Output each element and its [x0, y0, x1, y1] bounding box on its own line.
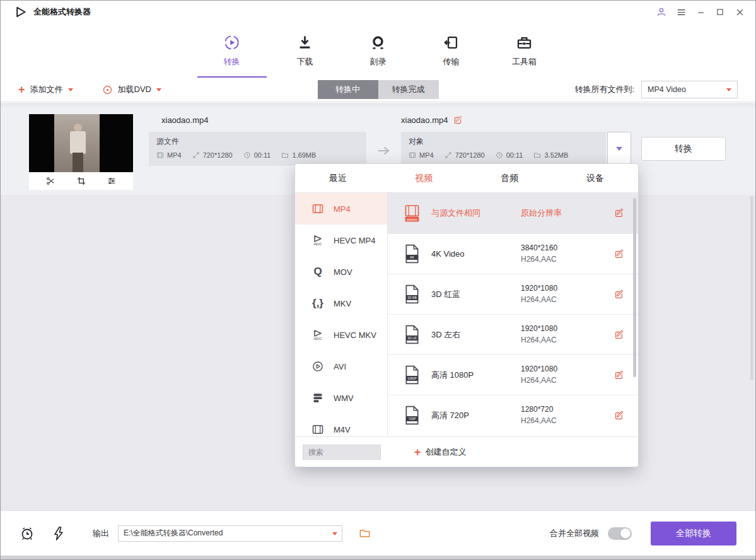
create-custom-label: 创建自定义	[426, 446, 467, 458]
folder-icon	[533, 151, 541, 159]
load-dvd-button[interactable]: 加载DVD	[102, 84, 161, 95]
load-dvd-label: 加载DVD	[118, 84, 151, 95]
clip-tools	[29, 172, 133, 190]
close-icon[interactable]	[733, 5, 747, 19]
convert-all-button[interactable]: 全部转换	[651, 522, 736, 545]
preset-resolution: 原始分辨率	[521, 207, 605, 219]
format-item-wmv[interactable]: WMV	[295, 382, 387, 414]
tab-convert-label: 转换	[224, 56, 240, 67]
format-item-hevc-mp4[interactable]: HEVC HEVC MP4	[295, 225, 387, 256]
tab-toolbox[interactable]: 工具箱	[504, 23, 545, 78]
preset-hd-1080p[interactable]: 1080P 高清 1080P 1920*1080H264,AAC	[388, 354, 638, 395]
svg-text:1080P: 1080P	[407, 376, 417, 380]
tab-transfer[interactable]: 传输	[431, 23, 472, 78]
plus-icon: +	[414, 446, 421, 458]
tab-download[interactable]: 下载	[284, 23, 326, 78]
content-scrollbar[interactable]	[750, 196, 753, 380]
main-nav: 转换 下载 刻录 传输 工具箱	[1, 23, 755, 78]
menu-icon[interactable]	[674, 5, 688, 19]
preset-resolution: 1920*1080	[521, 324, 557, 333]
output-path-input[interactable]	[118, 525, 342, 542]
video-thumbnail[interactable]	[29, 114, 133, 190]
output-format-value: MP4 Video	[648, 85, 686, 94]
open-folder-icon[interactable]	[359, 527, 371, 539]
convert-icon	[223, 34, 240, 51]
output-format-select[interactable]: MP4 Video	[641, 81, 738, 98]
preset-hd-720p[interactable]: 720P 高清 720P 1280*720H264,AAC	[388, 395, 638, 435]
window-controls	[654, 5, 747, 19]
tab-convert[interactable]: 转换	[211, 23, 253, 78]
tab-audio[interactable]: 音频	[467, 164, 552, 192]
popup-scrollbar[interactable]	[633, 198, 636, 377]
format-dropdown-button[interactable]	[607, 132, 631, 166]
format-item-hevc-mkv[interactable]: HEVC HEVC MKV	[295, 319, 387, 351]
preset-same-as-source[interactable]: source 与源文件相同 原始分辨率	[388, 193, 638, 233]
edit-preset-icon[interactable]	[614, 411, 624, 421]
create-custom-button[interactable]: + 创建自定义	[414, 446, 467, 458]
merge-videos-toggle[interactable]	[608, 527, 632, 540]
film-icon	[409, 151, 416, 159]
window-bottom-edge	[1, 556, 755, 560]
crop-icon[interactable]	[76, 176, 86, 186]
target-size: 3.52MB	[533, 151, 568, 159]
preset-codec: H264,AAC	[521, 255, 605, 264]
tab-converting[interactable]: 转换中	[318, 80, 378, 99]
format-item-mp4[interactable]: MP4	[295, 193, 387, 225]
add-files-label: 添加文件	[30, 84, 63, 95]
preset-list: source 与源文件相同 原始分辨率 4K 4K Video 3840*216…	[388, 193, 638, 436]
chevron-down-icon[interactable]	[332, 532, 337, 535]
format-item-m4v[interactable]: M4V	[295, 414, 387, 436]
rename-edit-icon[interactable]	[453, 115, 463, 125]
preset-codec: H264,AAC	[521, 376, 605, 385]
source-duration: 00:11	[243, 151, 271, 159]
edit-preset-icon[interactable]	[614, 208, 624, 218]
edit-preset-icon[interactable]	[614, 370, 624, 380]
preset-3d-redblue[interactable]: 3D RB 3D 红蓝 1920*1080H264,AAC	[388, 274, 638, 314]
high-speed-icon[interactable]	[51, 526, 66, 541]
chevron-down-icon	[616, 147, 622, 151]
convert-file-button[interactable]: 转换	[641, 137, 726, 161]
edit-preset-icon[interactable]	[614, 289, 624, 300]
tab-toolbox-label: 工具箱	[512, 56, 537, 67]
file-badge-icon: 3D RB	[402, 284, 422, 304]
mkv-icon: {,}	[310, 297, 325, 310]
play-circle-icon	[310, 360, 325, 373]
tab-recent[interactable]: 最近	[295, 164, 381, 192]
target-file-name-row: xiaodao.mp4	[401, 115, 463, 125]
edit-preset-icon[interactable]	[614, 249, 624, 259]
minimize-icon[interactable]	[694, 5, 707, 19]
window-title: 全能格式转换器	[33, 6, 91, 18]
convert-all-to-label: 转换所有文件到:	[574, 84, 634, 95]
effects-sliders-icon[interactable]	[107, 176, 117, 186]
toolbox-icon	[516, 34, 533, 51]
tab-device[interactable]: 设备	[552, 164, 638, 192]
preset-3d-leftright[interactable]: 3D LR 3D 左右 1920*1080H264,AAC	[388, 314, 638, 354]
svg-text:3D RB: 3D RB	[407, 296, 417, 300]
maximize-icon[interactable]	[713, 5, 727, 19]
preset-name: 高清 720P	[431, 410, 521, 421]
format-search-input[interactable]	[303, 445, 381, 460]
target-format: MP4	[409, 151, 434, 159]
edit-preset-icon[interactable]	[614, 330, 624, 340]
chevron-down-icon	[726, 88, 731, 91]
tab-burn[interactable]: 刻录	[358, 23, 399, 78]
preset-name: 3D 左右	[431, 329, 521, 341]
file-badge-icon: 3D LR	[402, 325, 422, 344]
chevron-down-icon	[156, 88, 161, 91]
user-account-icon[interactable]	[654, 5, 668, 19]
app-window: 全能格式转换器 转换 下载 刻录 传输 工具箱	[0, 0, 756, 560]
format-item-mov[interactable]: Q MOV	[295, 256, 387, 288]
download-icon	[296, 34, 313, 51]
preset-4k-video[interactable]: 4K 4K Video 3840*2160H264,AAC	[388, 233, 638, 274]
format-item-mkv[interactable]: {,} MKV	[295, 288, 387, 319]
schedule-clock-icon[interactable]	[20, 526, 35, 541]
arrow-right-icon	[375, 143, 393, 161]
add-files-button[interactable]: + 添加文件	[18, 84, 73, 95]
transfer-icon	[443, 34, 460, 51]
target-resolution: 720*1280	[445, 151, 485, 159]
trim-scissors-icon[interactable]	[45, 176, 55, 186]
format-item-avi[interactable]: AVI	[295, 351, 387, 382]
tab-finished[interactable]: 转换完成	[378, 80, 439, 99]
output-path-box	[118, 525, 342, 542]
tab-video[interactable]: 视频	[381, 164, 467, 192]
